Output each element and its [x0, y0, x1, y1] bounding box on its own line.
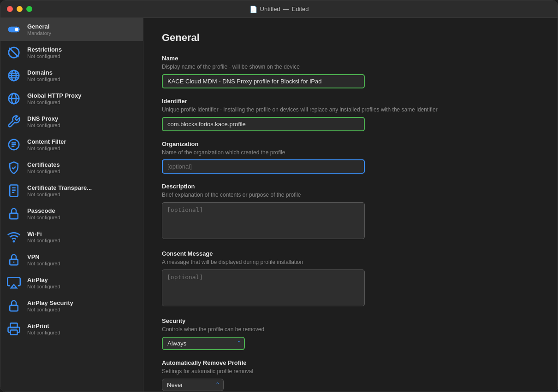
sidebar-item-global-http-proxy[interactable]: Global HTTP Proxy Not configured — [0, 87, 143, 110]
sidebar-restrictions-text: Restrictions Not configured — [27, 46, 62, 59]
sidebar-item-restrictions[interactable]: Restrictions Not configured — [0, 41, 143, 64]
globe-icon — [7, 69, 21, 82]
sidebar-wifi-sublabel: Not configured — [27, 238, 60, 243]
window-controls — [7, 6, 32, 12]
sidebar-wifi-text: Wi-Fi Not configured — [27, 230, 60, 243]
identifier-desc: Unique profile identifier - installing t… — [162, 106, 539, 114]
list-icon — [7, 138, 21, 152]
security-label: Security — [162, 317, 539, 324]
sidebar-passcode-label: Passcode — [27, 207, 60, 214]
auto-remove-select[interactable]: Never On specific date After interval — [162, 379, 224, 391]
identifier-label: Identifier — [162, 98, 539, 105]
sidebar-vpn-label: VPN — [27, 253, 60, 260]
shield-icon — [7, 161, 21, 175]
name-input[interactable] — [162, 74, 365, 88]
close-button[interactable] — [7, 6, 13, 12]
sidebar-item-wifi[interactable]: Wi-Fi Not configured — [0, 225, 143, 248]
sidebar-certificates-sublabel: Not configured — [27, 169, 60, 174]
sidebar-vpn-text: VPN Not configured — [27, 253, 60, 266]
block-icon — [7, 46, 21, 59]
sidebar-item-vpn[interactable]: VPN Not configured — [0, 248, 143, 271]
sidebar-item-dns-proxy[interactable]: DNS Proxy Not configured — [0, 110, 143, 133]
sidebar-airplay-label: AirPlay — [27, 276, 60, 283]
sidebar-airplay-security-text: AirPlay Security Not configured — [27, 299, 73, 312]
sidebar-cert-transparency-text: Certificate Transpare... Not configured — [27, 184, 92, 197]
name-field-group: Name Display name of the profile - will … — [162, 55, 539, 88]
identifier-field-group: Identifier Unique profile identifier - i… — [162, 98, 539, 131]
toggle-icon — [7, 23, 21, 36]
title-separator: — — [283, 6, 289, 12]
consent-textarea[interactable] — [162, 269, 365, 306]
minimize-button[interactable] — [17, 6, 23, 12]
sidebar-airplay-sublabel: Not configured — [27, 284, 60, 289]
sidebar-wifi-label: Wi-Fi — [27, 230, 60, 237]
sidebar-certificates-text: Certificates Not configured — [27, 161, 60, 174]
airplay-icon — [7, 276, 21, 290]
sidebar-airprint-sublabel: Not configured — [27, 330, 60, 335]
wifi-icon — [7, 230, 21, 244]
consent-label: Consent Message — [162, 250, 539, 257]
sidebar-global-http-text: Global HTTP Proxy Not configured — [27, 92, 82, 105]
svg-marker-24 — [11, 285, 17, 288]
organization-field-group: Organization Name of the organization wh… — [162, 140, 539, 174]
sidebar-vpn-sublabel: Not configured — [27, 261, 60, 266]
sidebar-item-airplay[interactable]: AirPlay Not configured — [0, 271, 143, 294]
sidebar-passcode-sublabel: Not configured — [27, 215, 60, 220]
sidebar-content-filter-sublabel: Not configured — [27, 146, 66, 151]
page-title: General — [162, 32, 539, 44]
sidebar-cert-transparency-label: Certificate Transpare... — [27, 184, 92, 191]
sidebar-item-airplay-security[interactable]: AirPlay Security Not configured — [0, 294, 143, 317]
main-area: General Mandatory Restrictions Not confi… — [0, 18, 558, 392]
svg-rect-20 — [10, 213, 18, 219]
auto-remove-desc: Settings for automatic profile removal — [162, 368, 539, 375]
svg-point-1 — [14, 27, 19, 32]
auto-remove-select-wrap: Never On specific date After interval ⌃ — [162, 379, 224, 391]
sidebar-airplay-security-label: AirPlay Security — [27, 299, 73, 306]
sidebar-domains-text: Domains Not configured — [27, 69, 60, 82]
organization-label: Organization — [162, 140, 539, 147]
sidebar-certificates-label: Certificates — [27, 161, 60, 168]
printer-icon — [7, 322, 21, 336]
window-title: 📄 Untitled — Edited — [249, 6, 309, 13]
sidebar-item-cert-transparency[interactable]: Certificate Transpare... Not configured — [0, 179, 143, 202]
auto-remove-field-group: Automatically Remove Profile Settings fo… — [162, 359, 539, 391]
sidebar-item-passcode[interactable]: Passcode Not configured — [0, 202, 143, 225]
sidebar-item-domains[interactable]: Domains Not configured — [0, 64, 143, 87]
identifier-input[interactable] — [162, 117, 365, 131]
description-textarea[interactable] — [162, 202, 365, 239]
sidebar-general-text: General Mandatory — [27, 23, 51, 36]
title-edited: Edited — [292, 6, 309, 12]
lock-icon — [7, 207, 21, 221]
name-label: Name — [162, 55, 539, 62]
sidebar-global-http-sublabel: Not configured — [27, 99, 82, 105]
vpn-icon — [7, 253, 21, 267]
sidebar-dns-proxy-label: DNS Proxy — [27, 115, 60, 122]
sidebar-item-certificates[interactable]: Certificates Not configured — [0, 156, 143, 179]
doc-icon — [7, 184, 21, 198]
security-select-wrap: Always With Authorization Never ⌃ — [162, 337, 245, 350]
sidebar-item-airprint[interactable]: AirPrint Not configured — [0, 317, 143, 340]
svg-rect-25 — [10, 305, 18, 311]
sidebar-cert-transparency-sublabel: Not configured — [27, 192, 92, 197]
sidebar-restrictions-label: Restrictions — [27, 46, 62, 53]
lock2-icon — [7, 299, 21, 313]
titlebar: 📄 Untitled — Edited — [0, 0, 558, 18]
name-desc: Display name of the profile - will be sh… — [162, 63, 539, 71]
organization-input[interactable] — [162, 159, 365, 174]
consent-field-group: Consent Message A message that will be d… — [162, 250, 539, 308]
maximize-button[interactable] — [26, 6, 32, 12]
security-field-group: Security Controls when the profile can b… — [162, 317, 539, 350]
sidebar-airprint-text: AirPrint Not configured — [27, 322, 60, 335]
description-field-group: Description Brief explanation of the con… — [162, 183, 539, 241]
document-icon: 📄 — [249, 6, 257, 13]
sidebar-restrictions-sublabel: Not configured — [27, 53, 62, 59]
title-name: Untitled — [260, 6, 280, 12]
wrench-icon — [7, 115, 21, 129]
sidebar-item-content-filter[interactable]: Content Filter Not configured — [0, 133, 143, 156]
security-select[interactable]: Always With Authorization Never — [162, 337, 245, 350]
organization-desc: Name of the organization which created t… — [162, 149, 539, 157]
sidebar-general-label: General — [27, 23, 51, 30]
sidebar-item-general[interactable]: General Mandatory — [0, 18, 143, 41]
content-area: General Name Display name of the profile… — [143, 18, 558, 392]
svg-point-21 — [13, 241, 15, 242]
